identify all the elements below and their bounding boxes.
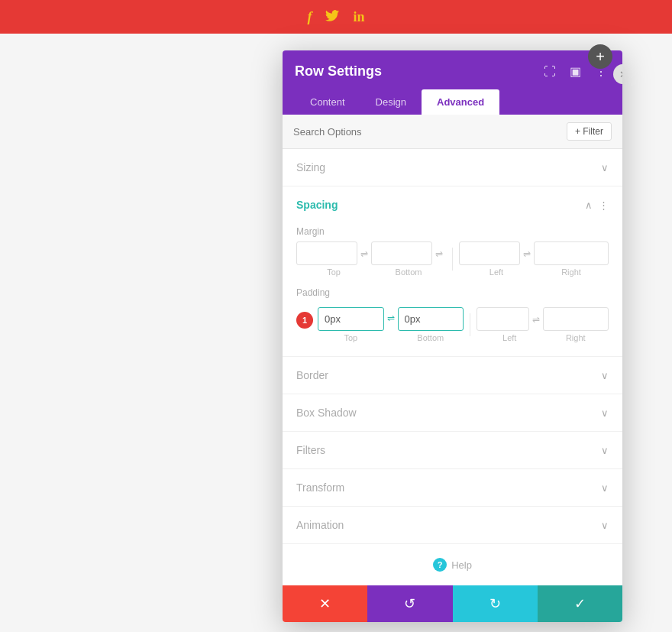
margin-top-link-icon: ⇌ (360, 248, 368, 259)
action-bar: ✕ ↺ ↻ ✓ (283, 585, 622, 622)
margin-left-label: Left (489, 267, 503, 277)
twitter-icon[interactable] (325, 9, 339, 25)
sizing-section: Sizing ∨ (283, 149, 622, 186)
padding-left-input[interactable] (477, 307, 529, 331)
box-shadow-section-header[interactable]: Box Shadow ∨ (283, 394, 622, 431)
transform-title: Transform (296, 481, 344, 494)
animation-title: Animation (296, 519, 344, 531)
modal-body: Sizing ∨ Spacing ∧ ⋮ Margin (283, 149, 622, 585)
padding-top-label: Top (344, 333, 357, 342)
modal-header: Row Settings ⛶ ▣ ⋮ Content Design Advanc… (283, 50, 622, 115)
margin-left-input[interactable] (459, 241, 520, 265)
modal-title-row: Row Settings ⛶ ▣ ⋮ (295, 63, 610, 80)
margin-right-input-wrap (534, 241, 609, 265)
margin-bottom-link-icon: ⇌ (435, 248, 443, 259)
margin-top-group: ⇌ Top (296, 241, 371, 277)
padding-left-link-icon: ⇌ (532, 314, 540, 325)
border-chevron-icon: ∨ (601, 370, 609, 381)
box-shadow-section: Box Shadow ∨ (283, 394, 622, 432)
padding-right-input[interactable] (543, 307, 609, 331)
save-button[interactable]: ✓ (538, 585, 622, 622)
animation-section: Animation ∨ (283, 507, 622, 544)
margin-group: Margin ⇌ Top (296, 226, 609, 277)
spacing-content: Margin ⇌ Top (283, 223, 622, 356)
padding-bottom-label: Bottom (417, 333, 444, 342)
spacing-section: Spacing ∧ ⋮ Margin (283, 186, 622, 357)
filters-section-header[interactable]: Filters ∨ (283, 432, 622, 468)
margin-top-label: Top (327, 267, 341, 277)
cancel-button[interactable]: ✕ (283, 585, 367, 622)
margin-bottom-input[interactable] (371, 241, 432, 265)
padding-top-group: Top (318, 307, 384, 342)
sizing-chevron-icon: ∨ (601, 162, 609, 173)
step-1-badge: 1 (296, 312, 313, 329)
padding-divider (470, 313, 470, 336)
tab-content[interactable]: Content (295, 89, 360, 115)
animation-section-header[interactable]: Animation ∨ (283, 507, 622, 543)
margin-right-group: Right (534, 241, 609, 277)
reset-button[interactable]: ↺ (367, 585, 452, 622)
padding-bottom-input[interactable] (398, 307, 464, 331)
redo-button[interactable]: ↻ (453, 585, 538, 622)
box-shadow-chevron-icon: ∨ (601, 407, 609, 419)
margin-left-input-wrap: ⇌ (459, 241, 534, 265)
linkedin-icon[interactable]: in (353, 9, 364, 25)
margin-bottom-input-wrap: ⇌ (371, 241, 446, 265)
border-section-header[interactable]: Border ∨ (283, 357, 622, 394)
padding-left-wrap: ⇌ (477, 307, 543, 331)
modal-title: Row Settings (295, 63, 382, 79)
search-row: + Filter (283, 115, 622, 149)
margin-left-group: ⇌ Left (459, 241, 534, 277)
animation-chevron-icon: ∨ (601, 520, 609, 531)
padding-group: Padding 1 Top ⇌ (296, 287, 609, 342)
spacing-section-header[interactable]: Spacing ∧ ⋮ (283, 186, 622, 223)
padding-top-input[interactable] (318, 307, 384, 331)
filters-chevron-icon: ∨ (601, 445, 609, 456)
filters-section: Filters ∨ (283, 432, 622, 469)
columns-icon[interactable]: ▣ (567, 63, 584, 80)
page-background: + ✕ Row Settings ⛶ ▣ ⋮ Content Design Ad… (0, 34, 672, 632)
spacing-up-icon[interactable]: ∧ (585, 199, 593, 211)
spacing-section-icons: ∧ ⋮ (585, 199, 609, 211)
tab-design[interactable]: Design (360, 89, 422, 115)
add-button[interactable]: + (588, 44, 612, 69)
padding-label: Padding (296, 287, 609, 298)
padding-link-icon[interactable]: ⇌ (387, 313, 395, 323)
help-row: ? Help (283, 544, 622, 585)
filter-button[interactable]: + Filter (567, 122, 612, 141)
spacing-dots-icon[interactable]: ⋮ (599, 199, 609, 211)
margin-label: Margin (296, 226, 609, 237)
padding-left-group: ⇌ Left (477, 307, 543, 342)
sizing-title: Sizing (296, 161, 325, 173)
transform-section-header[interactable]: Transform ∨ (283, 469, 622, 506)
margin-top-input-wrap: ⇌ (296, 241, 371, 265)
transform-section: Transform ∨ (283, 469, 622, 507)
margin-inputs-row: ⇌ Top ⇌ Bottom (296, 241, 609, 277)
border-title: Border (296, 369, 328, 381)
row-settings-modal: ✕ Row Settings ⛶ ▣ ⋮ Content Design Adva… (283, 50, 622, 622)
help-icon: ? (433, 558, 447, 572)
top-bar: f in (0, 0, 672, 34)
expand-icon[interactable]: ⛶ (541, 63, 559, 80)
margin-left-link-icon: ⇌ (523, 248, 531, 259)
margin-right-input[interactable] (534, 241, 609, 265)
margin-bottom-label: Bottom (396, 267, 422, 277)
border-section: Border ∨ (283, 357, 622, 394)
search-input[interactable] (293, 126, 561, 138)
help-label: Help (451, 559, 472, 571)
box-shadow-title: Box Shadow (296, 407, 357, 419)
spacing-title: Spacing (296, 199, 338, 211)
filters-title: Filters (296, 444, 325, 456)
padding-right-group: Right (543, 307, 609, 342)
sizing-section-header[interactable]: Sizing ∨ (283, 149, 622, 186)
padding-right-label: Right (566, 333, 586, 342)
margin-divider (452, 248, 453, 271)
padding-bottom-group: Bottom (398, 307, 464, 342)
tab-advanced[interactable]: Advanced (422, 89, 499, 115)
facebook-icon[interactable]: f (307, 9, 312, 25)
padding-left-label: Left (502, 333, 516, 342)
margin-bottom-group: ⇌ Bottom (371, 241, 446, 277)
transform-chevron-icon: ∨ (601, 482, 609, 494)
margin-top-input[interactable] (296, 241, 357, 265)
tab-group: Content Design Advanced (295, 89, 610, 115)
